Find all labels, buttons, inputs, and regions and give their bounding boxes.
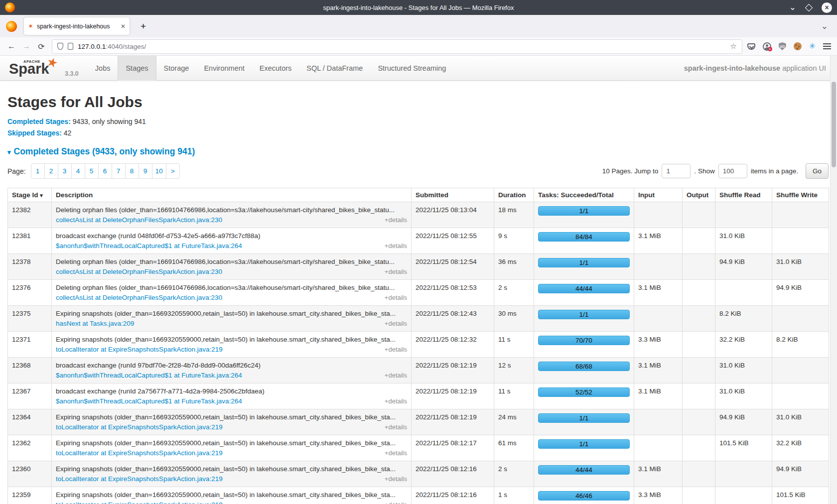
shuffle-write-cell: 31.0 KiB [772,409,829,435]
page-button-1[interactable]: 1 [31,163,45,179]
page-button-10[interactable]: 10 [152,163,166,179]
stage-id-cell: 12376 [8,280,52,306]
details-toggle[interactable]: +details [385,346,407,353]
page-button-3[interactable]: 3 [58,163,72,179]
page-button-7[interactable]: 7 [112,163,126,179]
description-sub-line: $anonfun$withThreadLocalCaptured$1 at Fu… [56,397,407,405]
account-sync-icon[interactable]: × [763,42,771,51]
details-toggle[interactable]: +details [385,475,407,483]
stage-detail-link[interactable]: toLocalIterator at ExpireSnapshotsSparkA… [56,475,223,483]
tracking-protection-shield-icon[interactable] [57,43,63,50]
stages-table-body: 12382Deleting orphan files (older_than=1… [8,202,829,504]
details-toggle[interactable]: +details [385,268,407,275]
column-header-input[interactable]: Input [634,188,683,202]
jump-to-page-input[interactable] [662,164,691,178]
nav-item-storage[interactable]: Storage [156,56,197,81]
stage-id-cell: 12359 [8,487,52,504]
forward-button[interactable]: → [19,42,34,51]
minimize-icon[interactable]: ⌄ [789,5,796,10]
stage-description: Expiring snapshots (older_than=166932055… [56,413,407,421]
nav-item-sql-dataframe[interactable]: SQL / DataFrame [299,56,370,81]
stage-detail-link[interactable]: $anonfun$withThreadLocalCaptured$1 at Fu… [56,372,242,379]
page-button-6[interactable]: 6 [98,163,112,179]
output-cell [683,487,715,504]
details-toggle[interactable]: +details [385,397,407,405]
cookie-extension-icon[interactable] [794,42,802,50]
stage-detail-link[interactable]: toLocalIterator at ExpireSnapshotsSparkA… [56,346,223,353]
url-bar[interactable]: 127.0.0.1:4040/stages/ ☆ [52,39,742,54]
pocket-icon[interactable] [747,43,755,50]
skipped-stages-label[interactable]: Skipped Stages: [7,129,62,137]
completed-stages-label[interactable]: Completed Stages: [7,118,71,126]
stage-detail-link[interactable]: toLocalIterator at ExpireSnapshotsSparkA… [56,501,223,504]
details-toggle[interactable]: +details [385,320,407,327]
submitted-cell: 2022/11/25 08:12:17 [412,435,494,461]
column-header-description[interactable]: Description [52,188,412,202]
details-toggle[interactable]: +details [385,294,407,301]
items-per-page-input[interactable] [718,164,747,178]
nav-item-stages[interactable]: Stages [118,56,156,81]
task-progress-bar: 1/1 [538,310,630,319]
nav-item-jobs[interactable]: Jobs [88,56,118,81]
stage-detail-link[interactable]: toLocalIterator at ExpireSnapshotsSparkA… [56,449,223,457]
maximize-icon[interactable] [805,3,813,11]
go-button[interactable]: Go [806,163,829,179]
stage-detail-link[interactable]: toLocalIterator at ExpireSnapshotsSparkA… [56,423,223,431]
column-header-submitted[interactable]: Submitted [412,188,494,202]
nav-item-environment[interactable]: Environment [196,56,252,81]
column-header-duration[interactable]: Duration [494,188,534,202]
column-header-stage-id[interactable]: Stage Id ▾ [8,188,52,202]
nav-item-structured-streaming[interactable]: Structured Streaming [370,56,453,81]
vertical-scrollbar[interactable] [830,56,837,504]
shuffle-write-cell [772,202,829,228]
tasks-cell: 44/44 [534,461,634,487]
details-toggle[interactable]: +details [385,449,407,457]
scrollbar-thumb[interactable] [832,82,836,167]
task-progress-bar: 70/70 [538,336,630,345]
page-button-2[interactable]: 2 [44,163,58,179]
stage-description: Deleting orphan files (older_than=166910… [56,258,407,265]
page-info-icon[interactable] [68,43,73,50]
page-button-8[interactable]: 8 [125,163,139,179]
menu-hamburger-icon[interactable] [823,42,831,51]
details-toggle[interactable]: +details [385,423,407,431]
ublock-origin-icon[interactable]: UO [779,42,786,50]
details-toggle[interactable]: +details [385,372,407,379]
details-toggle[interactable]: +details [385,501,407,504]
browser-tab[interactable]: ✶ spark-ingest-into-lakehous ✕ [24,17,130,35]
reload-button[interactable]: ⟳ [34,42,49,51]
stage-detail-link[interactable]: hasNext at Tasks.java:209 [56,320,134,327]
column-header-output[interactable]: Output [683,188,715,202]
stage-detail-link[interactable]: collectAsList at DeleteOrphanFilesSparkA… [56,294,222,301]
list-tabs-chevron-icon[interactable]: ⌄ [821,21,831,31]
page-button-5[interactable]: 5 [85,163,99,179]
tab-close-icon[interactable]: ✕ [121,23,126,30]
sync-error-badge: × [768,47,772,51]
spark-logo[interactable]: APACHE Spark ★ [7,56,61,81]
nav-item-executors[interactable]: Executors [252,56,299,81]
page-button-4[interactable]: 4 [71,163,85,179]
table-row: 12371Expiring snapshots (older_than=1669… [8,332,829,358]
bookmark-star-icon[interactable]: ☆ [730,42,736,51]
stage-detail-link[interactable]: $anonfun$withThreadLocalCaptured$1 at Fu… [56,397,242,405]
completed-stages-section-toggle[interactable]: ▾Completed Stages (9433, only showing 94… [7,146,829,157]
stage-detail-link[interactable]: collectAsList at DeleteOrphanFilesSparkA… [56,268,222,275]
firefox-view-icon[interactable] [6,21,17,32]
next-page-button[interactable]: > [166,163,180,179]
close-window-icon[interactable]: × [822,2,832,13]
page-button-9[interactable]: 9 [139,163,152,179]
details-toggle[interactable]: +details [385,242,407,250]
back-button[interactable]: ← [4,42,19,51]
description-sub-line: collectAsList at DeleteOrphanFilesSparkA… [56,268,407,275]
column-header-shuffle-read[interactable]: Shuffle Read [715,188,772,202]
details-toggle[interactable]: +details [385,216,407,224]
task-progress-bar: 68/68 [538,362,630,371]
new-tab-button[interactable]: + [138,21,149,32]
column-header-tasks-succeeded-total[interactable]: Tasks: Succeeded/Total [534,188,634,202]
description-cell: Expiring snapshots (older_than=166932055… [52,306,412,332]
extension-asterisk-icon[interactable]: ✳ [809,42,816,50]
tasks-cell: 44/44 [534,280,634,306]
stage-detail-link[interactable]: collectAsList at DeleteOrphanFilesSparkA… [56,216,222,224]
stage-detail-link[interactable]: $anonfun$withThreadLocalCaptured$1 at Fu… [56,242,242,250]
column-header-shuffle-write[interactable]: Shuffle Write [772,188,829,202]
